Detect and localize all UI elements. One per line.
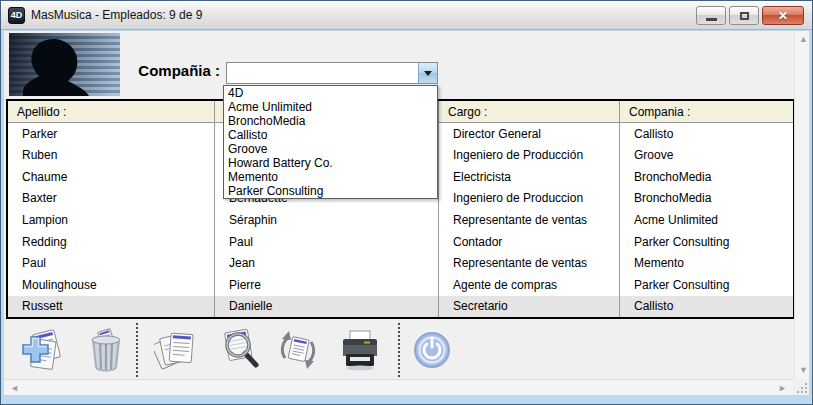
cell-apellido: Moulinghouse — [8, 274, 215, 296]
cell-compania: Memento — [620, 252, 793, 274]
column-header-apellido[interactable]: Apellido : — [8, 101, 215, 122]
company-combobox[interactable] — [226, 62, 438, 84]
cell-cargo: Electricista — [439, 166, 620, 188]
table-row[interactable]: PaulJeanRepresentante de ventasMemento — [8, 252, 793, 274]
cell-compania: Groove — [620, 145, 793, 167]
printer-icon — [338, 328, 382, 372]
cell-compania: Parker Consulting — [620, 274, 793, 296]
cell-nombre: Séraphin — [215, 209, 439, 231]
cell-compania: Parker Consulting — [620, 231, 793, 253]
cell-nombre: Danielle — [215, 296, 439, 318]
cell-apellido: Ruben — [8, 145, 215, 167]
add-record-button[interactable] — [20, 328, 64, 372]
toolbar-separator — [398, 323, 400, 377]
delete-record-button[interactable] — [84, 328, 128, 372]
dropdown-option[interactable]: Acme Unlimited — [224, 100, 437, 114]
cell-cargo: Representante de ventas — [439, 209, 620, 231]
dropdown-option[interactable]: Callisto — [224, 128, 437, 142]
app-window: 4D MasMusica - Empleados: 9 de 9 ✕ Compa… — [0, 0, 813, 405]
dropdown-option[interactable]: Groove — [224, 142, 437, 156]
power-button[interactable] — [410, 328, 454, 372]
print-button[interactable] — [338, 328, 382, 372]
minimize-button[interactable] — [696, 6, 726, 25]
restore-button[interactable] — [729, 6, 759, 25]
close-button[interactable]: ✕ — [762, 6, 804, 25]
scroll-left-icon[interactable]: ◄ — [10, 384, 19, 393]
search-record-icon — [216, 328, 260, 372]
cell-cargo: Ingeniero de Producción — [439, 145, 620, 167]
cell-nombre: Paul — [215, 231, 439, 253]
cell-nombre: Jean — [215, 252, 439, 274]
column-header-compania[interactable]: Compania : — [620, 101, 793, 122]
dropdown-option[interactable]: Parker Consulting — [224, 184, 437, 198]
titlebar: 4D MasMusica - Empleados: 9 de 9 ✕ — [1, 1, 812, 30]
cell-compania: BronchoMedia — [620, 188, 793, 210]
search-records-button[interactable] — [216, 328, 260, 372]
cell-cargo: Director General — [439, 123, 620, 145]
cell-apellido: Lampion — [8, 209, 215, 231]
show-records-button[interactable] — [154, 328, 198, 372]
combobox-dropdown-button[interactable] — [418, 63, 437, 83]
cell-cargo: Agente de compras — [439, 274, 620, 296]
cell-apellido: Redding — [8, 231, 215, 253]
cell-apellido: Baxter — [8, 188, 215, 210]
table-row[interactable]: MoulinghousePierreAgente de comprasParke… — [8, 274, 793, 296]
person-silhouette-icon — [9, 33, 120, 96]
table-row[interactable]: ReddingPaulContadorParker Consulting — [8, 231, 793, 253]
dropdown-option[interactable]: Howard Battery Co. — [224, 156, 437, 170]
add-record-icon — [20, 328, 64, 372]
refresh-icon — [276, 328, 320, 372]
resize-grip[interactable] — [794, 380, 809, 395]
window-title: MasMusica - Empleados: 9 de 9 — [31, 8, 202, 22]
company-label: Compañia : — [112, 62, 220, 79]
cell-apellido: Chaume — [8, 166, 215, 188]
refresh-records-button[interactable] — [276, 328, 320, 372]
vertical-scrollbar[interactable]: ▲ ▼ — [794, 31, 809, 379]
dropdown-option[interactable]: Memento — [224, 170, 437, 184]
cell-compania: Callisto — [620, 296, 793, 318]
toolbar — [4, 321, 793, 379]
employee-photo — [9, 33, 120, 96]
scroll-right-icon[interactable]: ► — [778, 384, 787, 393]
horizontal-scrollbar[interactable]: ◄ ► — [4, 379, 793, 395]
dropdown-arrow-icon — [424, 71, 432, 76]
cell-nombre: Pierre — [215, 274, 439, 296]
toolbar-separator — [136, 323, 138, 377]
cell-apellido: Paul — [8, 252, 215, 274]
restore-icon — [740, 12, 749, 20]
cell-apellido: Russett — [8, 296, 215, 318]
dropdown-option[interactable]: BronchoMedia — [224, 114, 437, 128]
cell-cargo: Ingeniero de Produccion — [439, 188, 620, 210]
cell-compania: Acme Unlimited — [620, 209, 793, 231]
records-stack-icon — [154, 328, 198, 372]
table-row[interactable]: RussettDanielleSecretarioCallisto — [8, 296, 793, 318]
scroll-up-icon[interactable]: ▲ — [799, 35, 808, 44]
trash-icon — [84, 328, 128, 372]
window-controls: ✕ — [696, 6, 804, 25]
4d-logo-icon: 4D — [8, 7, 25, 24]
power-icon — [410, 328, 454, 372]
scroll-down-icon[interactable]: ▼ — [799, 366, 808, 375]
cell-cargo: Contador — [439, 231, 620, 253]
minimize-icon — [706, 18, 717, 21]
cell-apellido: Parker — [8, 123, 215, 145]
column-header-cargo[interactable]: Cargo : — [439, 101, 620, 122]
table-row[interactable]: LampionSéraphinRepresentante de ventasAc… — [8, 209, 793, 231]
cell-cargo: Representante de ventas — [439, 252, 620, 274]
cell-compania: Callisto — [620, 123, 793, 145]
client-area: Compañia : 4DAcme UnlimitedBronchoMediaC… — [4, 31, 809, 395]
close-icon: ✕ — [778, 9, 788, 23]
dropdown-option[interactable]: 4D — [224, 86, 437, 100]
combobox-value[interactable] — [227, 63, 418, 83]
cell-compania: BronchoMedia — [620, 166, 793, 188]
company-dropdown-list: 4DAcme UnlimitedBronchoMediaCallistoGroo… — [223, 85, 438, 199]
cell-cargo: Secretario — [439, 296, 620, 318]
